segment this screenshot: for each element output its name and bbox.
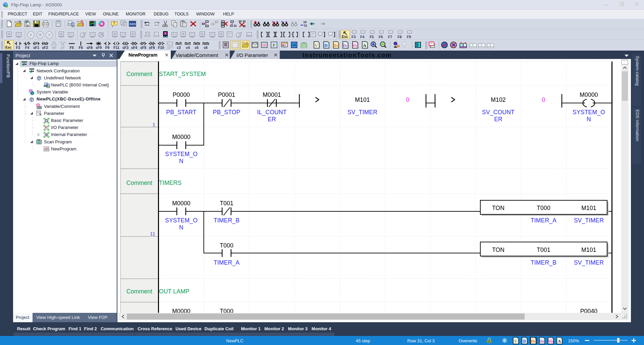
svg-text:SV_COUNT: SV_COUNT [482, 109, 515, 116]
svg-text:PB_STOP: PB_STOP [213, 109, 240, 116]
svg-text:?: ? [113, 21, 115, 25]
svg-text:N: N [587, 116, 591, 123]
svg-text:TIMER_A: TIMER_A [214, 259, 239, 266]
svg-text:TIMERS: TIMERS [159, 180, 181, 186]
svg-text:PB_START: PB_START [166, 109, 197, 116]
svg-text:D: D [254, 21, 257, 24]
svg-text:F: F [160, 42, 162, 46]
svg-text:SV_TIMER: SV_TIMER [347, 109, 377, 116]
svg-text:M102: M102 [491, 96, 506, 103]
svg-text:11: 11 [304, 24, 307, 27]
svg-text:TIMER_B: TIMER_B [531, 259, 556, 266]
svg-text:N: N [179, 224, 183, 231]
svg-text:P: P [142, 42, 145, 46]
svg-text:ER: ER [494, 116, 502, 123]
svg-text:T001: T001 [220, 200, 233, 207]
svg-text:SYSTEM_O: SYSTEM_O [165, 217, 198, 224]
svg-text:TIMER_A: TIMER_A [531, 217, 556, 224]
svg-text:V: V [514, 339, 517, 344]
svg-text:Vc: Vc [352, 43, 357, 48]
svg-text:SSO: SSO [129, 22, 136, 26]
svg-text:SYSTEM_O: SYSTEM_O [165, 151, 198, 158]
svg-text:1: 1 [152, 122, 155, 127]
svg-text:TON: TON [492, 247, 504, 253]
svg-text:111: 111 [292, 44, 297, 47]
svg-text:M0000: M0000 [172, 200, 191, 207]
svg-text:D: D [273, 22, 275, 25]
svg-text:Dv: Dv [333, 43, 338, 48]
svg-text:A: A [558, 339, 561, 344]
svg-text:Dc: Dc [342, 43, 347, 48]
svg-text:T001: T001 [537, 247, 550, 253]
svg-text:SV_TIMER: SV_TIMER [574, 259, 604, 266]
svg-text:/: / [116, 42, 117, 46]
svg-text:START_SYSTEM: START_SYSTEM [159, 71, 206, 78]
svg-text:M0000: M0000 [172, 134, 191, 140]
svg-text:P0000: P0000 [173, 91, 190, 98]
svg-text:T000: T000 [220, 242, 233, 249]
svg-text:Comment: Comment [126, 180, 152, 186]
svg-text:V: V [315, 43, 318, 48]
svg-text:A: A [363, 43, 366, 48]
svg-text:N: N [44, 42, 46, 46]
svg-text:M101: M101 [581, 205, 596, 211]
svg-text:S: S [124, 42, 127, 46]
svg-text:T000: T000 [537, 205, 550, 211]
svg-text:R: R [133, 42, 136, 46]
svg-text:ER: ER [268, 116, 276, 123]
svg-text:11: 11 [150, 231, 155, 236]
svg-text:Comment: Comment [126, 288, 152, 295]
svg-text:0: 0 [542, 96, 545, 103]
svg-text:Comment: Comment [126, 71, 152, 77]
svg-text:OUT LAMP: OUT LAMP [159, 288, 190, 295]
svg-text:TON: TON [492, 205, 504, 211]
svg-text:Do: Do [539, 339, 544, 344]
svg-text:SYSTEM_O: SYSTEM_O [573, 109, 605, 116]
svg-text:SV_TIMER: SV_TIMER [574, 217, 604, 224]
svg-text:a→o: a→o [281, 20, 287, 23]
svg-text:M101: M101 [355, 96, 370, 103]
svg-text:M0000: M0000 [580, 91, 598, 98]
svg-text:D: D [523, 339, 526, 344]
svg-text:M101: M101 [581, 247, 596, 253]
svg-text:10: 10 [303, 20, 307, 24]
svg-text:TIMER_B: TIMER_B [214, 217, 239, 224]
svg-text:IL_COUNT: IL_COUNT [257, 109, 286, 116]
svg-text:Vo: Vo [548, 339, 553, 344]
svg-text:Dv: Dv [531, 339, 536, 344]
svg-text:M0001: M0001 [263, 91, 281, 98]
svg-text:D: D [324, 43, 327, 48]
svg-text:P0001: P0001 [218, 91, 235, 98]
svg-text:F: F [273, 43, 275, 48]
svg-text:N: N [179, 158, 183, 164]
svg-text:P: P [35, 42, 38, 46]
svg-text:N: N [151, 42, 153, 46]
svg-text:0: 0 [406, 96, 410, 103]
